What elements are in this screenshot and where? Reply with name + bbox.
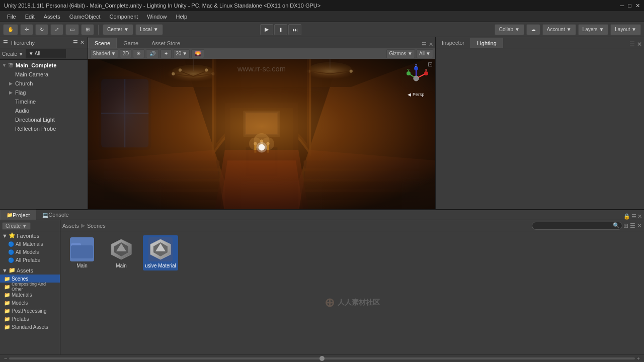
gizmos-dropdown[interactable]: Gizmos ▼ (386, 49, 415, 58)
asset-label-main-scene: Main (116, 263, 127, 268)
folder-materials[interactable]: 📁 Materials (0, 291, 60, 299)
tool-scale[interactable]: ⤢ (50, 24, 63, 35)
bottom-panel-lock-icon[interactable]: 🔒 (623, 213, 630, 220)
hierarchy-search[interactable] (26, 49, 66, 58)
tree-item-timeline[interactable]: Timeline (0, 97, 88, 106)
pivot-button[interactable]: Center ▼ (103, 24, 133, 35)
tab-lighting[interactable]: Lighting (470, 38, 503, 48)
folder-standard-assets-icon: 📁 (4, 324, 10, 330)
zoom-minus-icon[interactable]: − (4, 355, 7, 361)
project-close-btn[interactable]: ✕ (637, 222, 642, 229)
folder-standard-assets[interactable]: 📁 Standard Assets (0, 323, 60, 331)
dimension-dropdown[interactable]: 2D (120, 49, 131, 58)
inspector-menu-icon[interactable]: ☰ (629, 41, 635, 48)
bottom-panel-close-icon[interactable]: ✕ (637, 213, 642, 220)
minimize-btn[interactable]: ─ (620, 3, 624, 9)
folder-postprocessing[interactable]: 📁 PostProcessing (0, 307, 60, 315)
tool-multi[interactable]: ⊞ (81, 24, 94, 35)
layers-button[interactable]: Layers ▼ (578, 24, 609, 35)
close-btn[interactable]: ✕ (635, 3, 640, 9)
layout-button[interactable]: Layout ▼ (610, 24, 641, 35)
cloud-button[interactable]: ☁ (526, 24, 540, 35)
tree-item-flag[interactable]: ▶ Flag (0, 88, 88, 97)
scene-viewport[interactable]: www.rr-sc.com X Y (88, 59, 435, 209)
tree-item-directional-light[interactable]: Directional Light (0, 115, 88, 124)
folder-models[interactable]: 📁 Models (0, 299, 60, 307)
svg-text:X: X (425, 68, 428, 72)
shading-mode-dropdown[interactable]: Shaded ▼ (90, 49, 118, 58)
scene-close-icon[interactable]: ✕ (429, 41, 433, 48)
scene-menu-icon[interactable]: ☰ (422, 41, 427, 48)
scene-filter-dropdown[interactable]: All ▼ (417, 49, 433, 58)
assets-section[interactable]: ▼ 📁 Assets (0, 266, 60, 275)
project-breadcrumb: Assets ▶ Scenes (62, 222, 106, 229)
tab-game[interactable]: Game (117, 38, 145, 48)
breadcrumb-scenes[interactable]: Scenes (87, 223, 106, 229)
tree-item-reflection-probe[interactable]: Reflection Probe (0, 124, 88, 133)
inspector-close-icon[interactable]: ✕ (637, 41, 642, 48)
inspector-content (436, 48, 644, 209)
step-button[interactable]: ⏭ (288, 24, 301, 35)
breadcrumb-assets[interactable]: Assets (62, 223, 79, 229)
menu-help[interactable]: Help (172, 13, 191, 21)
menu-edit[interactable]: Edit (21, 13, 39, 21)
lighting-toggle[interactable]: ☀ (133, 49, 144, 58)
project-sort-btn[interactable]: ⊞ (623, 222, 628, 229)
tab-asset-store[interactable]: Asset Store (145, 38, 187, 48)
maximize-btn[interactable]: □ (628, 3, 631, 9)
tab-scene[interactable]: Scene (88, 38, 117, 48)
project-create-btn[interactable]: Create ▼ (2, 222, 31, 230)
favorite-all-models[interactable]: 🔵 All Models (0, 248, 60, 256)
tree-item-main-camera[interactable]: Main Camera (0, 70, 88, 79)
bottom-panel-menu-icon[interactable]: ☰ (631, 213, 636, 220)
viewport-maximize-btn[interactable]: ⊡ (426, 60, 434, 68)
project-layout-btn[interactable]: ☰ (630, 222, 635, 229)
collab-button[interactable]: Collab ▼ (495, 24, 524, 35)
menu-assets[interactable]: Assets (40, 13, 64, 21)
hierarchy-create-btn[interactable]: Create ▼ (2, 51, 24, 57)
favorites-section[interactable]: ▼ ⭐ Favorites (0, 231, 60, 240)
scene-fx-btn[interactable]: 🌄 (191, 49, 204, 58)
folder-standard-assets-label: Standard Assets (12, 324, 48, 330)
menu-component[interactable]: Component (105, 13, 142, 21)
account-button[interactable]: Account ▼ (542, 24, 576, 35)
folder-icon-svg (71, 240, 93, 258)
audio-toggle[interactable]: 🔊 (146, 49, 159, 58)
tool-move[interactable]: ✛ (20, 24, 33, 35)
tab-project[interactable]: 📁 Project (0, 210, 36, 220)
hierarchy-menu-icon[interactable]: ☰ (73, 39, 78, 46)
favorite-all-materials[interactable]: 🔵 All Materials (0, 240, 60, 248)
project-search-input[interactable] (532, 222, 622, 230)
tree-item-main-complete[interactable]: ▼ 🎬 Main_Complete (0, 61, 88, 70)
zoom-slider-track[interactable] (9, 357, 634, 359)
menu-gameobject[interactable]: GameObject (65, 13, 105, 21)
space-button[interactable]: Local ▼ (135, 24, 163, 35)
menu-window[interactable]: Window (143, 13, 171, 21)
folder-prefabs[interactable]: 📁 Prefabs (0, 315, 60, 323)
tool-hand[interactable]: ✋ (3, 24, 18, 35)
scene-dropdown[interactable]: 20 ▼ (173, 49, 190, 58)
zoom-slider-thumb[interactable] (319, 356, 325, 361)
asset-item-usive-material[interactable]: usive Material (143, 235, 178, 270)
asset-item-main-scene[interactable]: Main (104, 235, 139, 270)
effects-toggle[interactable]: ✦ (160, 49, 172, 58)
tree-item-audio[interactable]: Audio (0, 106, 88, 115)
favorite-all-prefabs[interactable]: 🔵 All Prefabs (0, 256, 60, 264)
tab-inspector[interactable]: Inspector (436, 38, 470, 48)
zoom-plus-icon[interactable]: + (637, 355, 640, 361)
collab-label: Collab ▼ (499, 27, 520, 32)
project-sidebar: Create ▼ ▼ ⭐ Favorites 🔵 All Materials 🔵… (0, 220, 60, 354)
asset-icon-folder-main (70, 237, 94, 261)
pause-button[interactable]: ⏸ (274, 24, 287, 35)
pivot-label: Center (107, 27, 122, 32)
tab-console[interactable]: 💻 Console (36, 210, 74, 220)
asset-item-main-folder[interactable]: Main (64, 235, 100, 270)
folder-compositing[interactable]: 📁 Compositing And Other (0, 283, 60, 291)
tree-item-church[interactable]: ▶ Church (0, 79, 88, 88)
tool-rotate[interactable]: ↻ (35, 24, 48, 35)
menu-file[interactable]: File (3, 13, 20, 21)
hierarchy-close-icon[interactable]: ✕ (80, 39, 85, 46)
tool-rect[interactable]: ▭ (65, 24, 79, 35)
play-button[interactable]: ▶ (260, 24, 273, 35)
titlebar: Unity 2018.1.1f1 Personal (64bit) - Main… (0, 0, 644, 11)
